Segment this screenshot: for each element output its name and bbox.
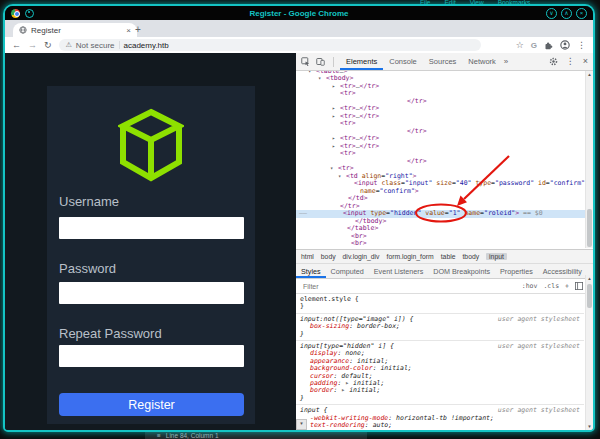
sidebar-tab-properties[interactable]: Properties — [495, 265, 538, 278]
style-rule-close-brace: } — [300, 395, 580, 402]
tree-expand-arrow[interactable]: ▸ — [332, 113, 335, 121]
breadcrumb-item-input[interactable]: input — [486, 253, 507, 260]
styles-content: element.style {}input:not([type="image" … — [296, 294, 593, 430]
css-property-name: color — [310, 430, 330, 431]
tree-row[interactable]: <tr> — [296, 90, 593, 98]
computed-panel-icon[interactable] — [575, 282, 583, 290]
css-property[interactable]: box-sizing: border-box; — [300, 323, 580, 330]
css-property-name: border — [310, 386, 333, 394]
class-toggle-button[interactable]: .cls — [543, 282, 559, 290]
cube-logo-icon — [118, 108, 184, 182]
devtools-toolbar: ElementsConsoleSourcesNetwork » ⋮ × — [296, 53, 593, 71]
style-rule-selector[interactable]: element.style { — [300, 296, 359, 303]
elements-scrollbar[interactable]: ▲ — [585, 71, 593, 248]
devtools-menu-icon[interactable]: ⋮ — [566, 57, 575, 66]
tree-expand-arrow[interactable]: ▸ — [332, 105, 335, 113]
tree-expand-arrow[interactable]: ▾ — [330, 165, 333, 173]
breadcrumb-item-table[interactable]: table — [441, 253, 456, 260]
tree-row[interactable]: <input class="input" size="40" type="pas… — [296, 180, 593, 188]
bookmark-star-icon[interactable]: ☆ — [516, 41, 524, 50]
scroll-down-icon[interactable]: ▼ — [586, 423, 593, 430]
scroll-up-icon[interactable]: ▲ — [586, 275, 593, 282]
sidebar-tab-computed[interactable]: Computed — [326, 265, 369, 278]
tree-row-selected[interactable]: ––<input type="hidden" value="1" name="r… — [296, 210, 593, 218]
url-text[interactable]: academy.htb — [124, 41, 169, 50]
reload-icon[interactable]: ↻ — [44, 41, 52, 50]
new-tab-button[interactable]: + — [135, 24, 141, 35]
not-secure-warning-icon[interactable]: ⚠ — [66, 41, 72, 49]
stylesheet-origin-note: user agent stylesheet — [498, 316, 580, 323]
css-property[interactable]: border: ▸ initial; — [300, 387, 580, 394]
color-swatch-black[interactable] — [420, 430, 427, 431]
tree-row[interactable]: <tr> — [296, 120, 593, 128]
more-tabs-icon[interactable]: » — [504, 57, 508, 66]
breadcrumb-item-div-login_div[interactable]: div.login_div — [343, 253, 380, 260]
tree-expand-arrow[interactable]: ▾ — [338, 173, 341, 181]
tree-row[interactable]: <tr> — [296, 150, 593, 158]
css-property-name: text-rendering — [310, 421, 365, 429]
css-property[interactable]: text-rendering: auto; — [300, 422, 580, 429]
css-property[interactable]: color: -internal-light-dark(black, white… — [300, 430, 580, 431]
devtools-toolbar-right: ⋮ × — [549, 57, 588, 66]
expand-property-icon[interactable]: ▸ — [341, 386, 349, 394]
styles-filter-row: :hov .cls + — [296, 279, 593, 294]
devtools-close-icon[interactable]: × — [583, 57, 588, 66]
login-panel: Username Password Repeat Password Regist… — [47, 86, 255, 424]
sidebar-tab-dom-breakpoints[interactable]: DOM Breakpoints — [428, 265, 495, 278]
tab-close-icon[interactable]: × — [126, 26, 131, 35]
browser-tab-register[interactable]: Register × — [13, 23, 137, 37]
register-button[interactable]: Register — [59, 393, 244, 416]
device-toolbar-icon[interactable] — [316, 57, 325, 66]
style-rule: input {user agent stylesheet-webkit-writ… — [296, 405, 584, 430]
tree-row[interactable]: ▾<tr> — [296, 165, 593, 173]
inspect-element-icon[interactable] — [301, 57, 310, 66]
styles-scrollbar[interactable]: ▲ ▼ — [585, 275, 593, 430]
tree-row[interactable]: name="confirm"> — [296, 188, 593, 196]
scrollbar-thumb[interactable] — [587, 284, 592, 308]
new-style-rule-button[interactable]: + — [565, 282, 569, 290]
breadcrumb-item-body[interactable]: body — [321, 253, 336, 260]
tree-expand-arrow[interactable]: ▸ — [332, 143, 335, 151]
toolbar-separator — [333, 57, 334, 67]
styles-filter-input[interactable] — [301, 282, 516, 291]
devtools-tab-elements[interactable]: Elements — [340, 54, 383, 70]
devtools-tab-sources[interactable]: Sources — [423, 54, 463, 70]
style-rule-header: element.style { — [300, 296, 580, 303]
scroll-down-button[interactable]: ▼ — [296, 419, 307, 430]
scrollbar-thumb[interactable] — [587, 209, 592, 247]
g-extension-icon[interactable]: G — [531, 41, 537, 50]
breadcrumb-item-html[interactable]: html — [301, 253, 314, 260]
password-input[interactable] — [59, 282, 244, 304]
css-property-value: initial — [349, 386, 376, 394]
extensions-puzzle-icon[interactable] — [544, 41, 553, 50]
window-content: Username Password Repeat Password Regist… — [5, 53, 593, 430]
window-titlebar[interactable]: Register - Google Chrome ∨∧× — [5, 6, 593, 20]
tree-row[interactable]: <br> — [296, 233, 593, 241]
back-icon[interactable]: ← — [12, 41, 21, 50]
menu-dots-icon[interactable]: ⋮ — [577, 41, 586, 50]
color-swatch-white[interactable] — [455, 430, 462, 431]
devtools-tab-console[interactable]: Console — [383, 54, 423, 70]
sidebar-tab-styles[interactable]: Styles — [296, 265, 326, 278]
breadcrumb-item-tbody[interactable]: tbody — [462, 253, 479, 260]
username-input[interactable] — [59, 217, 244, 239]
address-bar[interactable]: ⚠ Not secure academy.htb — [59, 39, 481, 51]
sidebar-tab-accessibility[interactable]: Accessibility — [538, 265, 587, 278]
scroll-up-icon[interactable]: ▲ — [586, 71, 593, 78]
tree-row[interactable]: </tbody> — [296, 218, 593, 226]
tree-expand-arrow[interactable]: ▾ — [318, 75, 321, 83]
settings-gear-icon[interactable] — [549, 57, 558, 66]
globe-favicon-icon — [19, 26, 27, 34]
hover-state-button[interactable]: :hov — [522, 282, 538, 290]
profile-avatar-icon[interactable] — [560, 40, 570, 50]
editor-lines-icon: ≡ — [157, 432, 161, 439]
tree-expand-arrow[interactable]: ▸ — [332, 135, 335, 143]
devtools-tab-network[interactable]: Network — [462, 54, 502, 70]
tree-row[interactable]: <br> — [296, 240, 593, 248]
repeat-password-input[interactable] — [59, 345, 244, 367]
sidebar-tab-event-listeners[interactable]: Event Listeners — [369, 265, 429, 278]
tree-expand-arrow[interactable]: ▸ — [332, 83, 335, 91]
forward-icon[interactable]: → — [28, 41, 37, 50]
tree-row[interactable]: </table> — [296, 225, 593, 233]
breadcrumb-item-form-login_form[interactable]: form.login_form — [387, 253, 434, 260]
